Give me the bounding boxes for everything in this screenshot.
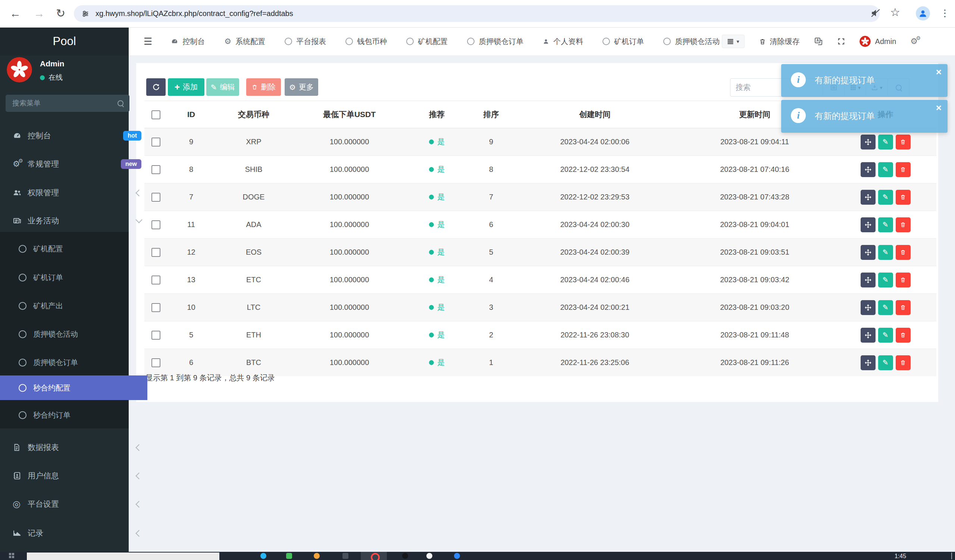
select-all-checkbox[interactable] <box>152 110 160 119</box>
taskbar-app-icon[interactable] <box>426 553 432 559</box>
header-min-order[interactable]: 最低下单USDT <box>293 101 406 128</box>
row-delete-button[interactable] <box>896 190 911 205</box>
address-bar[interactable]: xg.hwym.shop/lLiQAZcbrx.php/contract_con… <box>74 5 880 22</box>
browser-profile-avatar[interactable] <box>916 6 930 20</box>
browser-back-icon[interactable]: ← <box>10 7 21 20</box>
header-recommend[interactable]: 推荐 <box>406 101 467 128</box>
row-move-button[interactable] <box>861 300 875 315</box>
refresh-button[interactable] <box>146 78 166 96</box>
close-icon[interactable]: × <box>936 66 942 78</box>
row-move-button[interactable] <box>861 245 875 260</box>
clear-cache-button[interactable]: 清除缓存 <box>759 36 800 47</box>
row-edit-button[interactable]: ✎ <box>878 300 893 315</box>
taskbar-app-icon[interactable] <box>314 553 320 559</box>
add-button[interactable]: + 添加 <box>168 78 204 96</box>
row-edit-button[interactable]: ✎ <box>878 245 893 260</box>
tab-profile[interactable]: 个人资料 <box>543 36 583 47</box>
more-button[interactable]: ⚙ 更多 <box>285 78 318 96</box>
bookmark-star-icon[interactable]: ☆ <box>890 6 900 19</box>
taskbar-app-icon[interactable] <box>402 553 408 559</box>
sidebar-item-reports[interactable]: 数据报表 <box>0 436 150 459</box>
start-button[interactable] <box>9 553 14 558</box>
admin-menu[interactable]: Admin <box>860 36 896 47</box>
hamburger-icon[interactable]: ☰ <box>144 36 152 47</box>
sidebar-item-platform-settings[interactable]: ◎ 平台设置 <box>0 493 150 515</box>
sidebar-search-input[interactable] <box>12 99 117 108</box>
taskbar-app-icon[interactable] <box>454 553 460 559</box>
row-edit-button[interactable]: ✎ <box>878 355 893 370</box>
sidebar-item-miner-config[interactable]: 矿机配置 <box>0 236 147 261</box>
settings-gears-icon[interactable]: ⚙⚙ <box>910 36 918 46</box>
show-desktop-divider[interactable] <box>951 552 952 559</box>
sidebar-item-dashboard[interactable]: 控制台 hot <box>0 125 150 147</box>
sidebar-item-miner-orders[interactable]: 矿机订单 <box>0 265 147 290</box>
row-move-button[interactable] <box>861 162 875 177</box>
tab-wallet-coins[interactable]: 钱包币种 <box>346 36 387 47</box>
header-created-at[interactable]: 创建时间 <box>515 101 675 128</box>
sidebar-item-general[interactable]: ⚙⚙ 常规管理 new <box>0 153 150 175</box>
edit-button[interactable]: ✎ 编辑 <box>206 78 239 96</box>
row-edit-button[interactable]: ✎ <box>878 134 893 150</box>
row-checkbox[interactable] <box>152 303 160 312</box>
browser-forward-icon[interactable]: → <box>34 7 45 20</box>
row-move-button[interactable] <box>861 273 875 287</box>
tab-mute-icon[interactable] <box>871 8 880 18</box>
row-edit-button[interactable]: ✎ <box>878 328 893 343</box>
row-move-button[interactable] <box>861 328 875 343</box>
tab-staking-activity[interactable]: 质押锁仓活动 <box>663 36 720 47</box>
row-move-button[interactable] <box>861 355 875 370</box>
header-id[interactable]: ID <box>168 101 215 128</box>
tune-icon[interactable] <box>81 10 89 18</box>
row-delete-button[interactable] <box>896 328 911 343</box>
row-checkbox[interactable] <box>152 220 160 229</box>
taskbar-search-box[interactable] <box>27 552 219 560</box>
taskbar-app-icon[interactable] <box>286 553 292 559</box>
row-delete-button[interactable] <box>896 355 911 370</box>
search-icon[interactable] <box>117 100 124 106</box>
header-sort[interactable]: 排序 <box>467 101 515 128</box>
header-coin[interactable]: 交易币种 <box>215 101 293 128</box>
row-checkbox[interactable] <box>152 358 160 367</box>
row-delete-button[interactable] <box>896 134 911 150</box>
row-checkbox[interactable] <box>152 193 160 202</box>
tab-staking-orders[interactable]: 质押锁仓订单 <box>467 36 523 47</box>
close-icon[interactable]: × <box>936 102 942 114</box>
sidebar-item-staking-orders[interactable]: 质押锁仓订单 <box>0 350 147 375</box>
row-checkbox[interactable] <box>152 165 160 174</box>
row-checkbox[interactable] <box>152 137 160 147</box>
tab-miner-config[interactable]: 矿机配置 <box>406 36 448 47</box>
tab-list-dropdown-button[interactable]: ▾ <box>722 35 745 48</box>
row-edit-button[interactable]: ✎ <box>878 190 893 205</box>
row-delete-button[interactable] <box>896 273 911 287</box>
sidebar-item-contract-orders[interactable]: 秒合约订单 <box>0 402 147 427</box>
sidebar-item-business[interactable]: 业务活动 <box>0 209 150 232</box>
browser-menu-icon[interactable]: ⋮ <box>940 8 950 19</box>
row-delete-button[interactable] <box>896 300 911 315</box>
row-move-button[interactable] <box>861 217 875 232</box>
fullscreen-icon[interactable] <box>837 37 845 45</box>
row-delete-button[interactable] <box>896 245 911 260</box>
row-checkbox[interactable] <box>152 248 160 257</box>
row-edit-button[interactable]: ✎ <box>878 162 893 177</box>
toast-withdraw-1[interactable]: i 有新的提现订单 × <box>781 64 947 97</box>
row-edit-button[interactable]: ✎ <box>878 273 893 287</box>
row-move-button[interactable] <box>861 190 875 205</box>
url-text[interactable]: xg.hwym.shop/lLiQAZcbrx.php/contract_con… <box>96 9 293 18</box>
tab-platform-report[interactable]: 平台报表 <box>285 36 326 47</box>
tab-dashboard[interactable]: 控制台 <box>171 36 205 47</box>
sidebar-item-records[interactable]: 记录 <box>0 522 150 544</box>
delete-button[interactable]: 删除 <box>246 78 281 96</box>
tab-miner-orders[interactable]: 矿机订单 <box>603 36 644 47</box>
taskbar-app-icon[interactable] <box>260 553 266 559</box>
row-move-button[interactable] <box>861 134 875 150</box>
row-checkbox[interactable] <box>152 331 160 340</box>
taskbar-app-icon[interactable] <box>371 553 380 560</box>
sidebar-item-permissions[interactable]: 权限管理 <box>0 182 150 204</box>
translate-icon[interactable]: A <box>814 37 823 46</box>
row-delete-button[interactable] <box>896 217 911 232</box>
row-edit-button[interactable]: ✎ <box>878 217 893 232</box>
taskbar-app-icon[interactable] <box>343 553 348 559</box>
toast-withdraw-2[interactable]: i 有新的提现订单 × <box>781 100 947 133</box>
row-delete-button[interactable] <box>896 162 911 177</box>
sidebar-item-user-info[interactable]: 用户信息 <box>0 465 150 487</box>
